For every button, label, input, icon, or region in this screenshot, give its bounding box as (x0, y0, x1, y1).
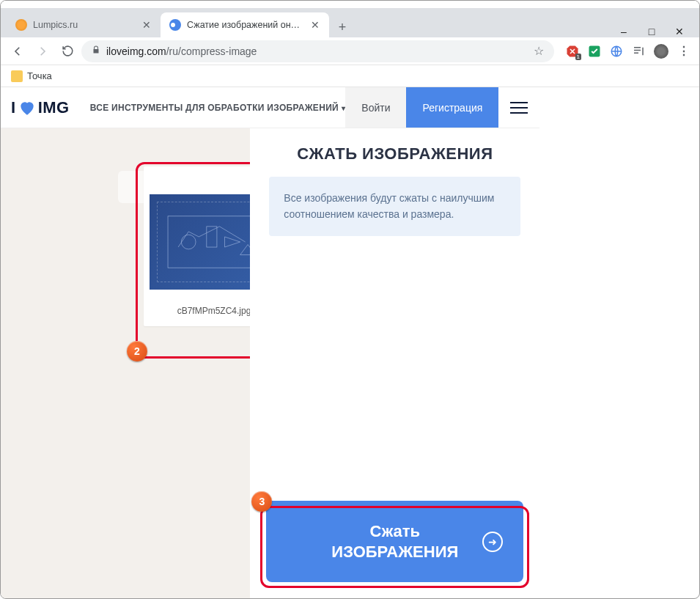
browser-toolbar: iloveimg.com/ru/compress-image ☆ 1 ⋮ (1, 37, 699, 65)
tab-close-icon[interactable]: ✕ (310, 20, 320, 30)
window-controls: – □ ✕ (619, 26, 699, 37)
tab-title: Сжатие изображений онлайн — (187, 20, 304, 30)
logo-text-2: IMG (38, 98, 70, 117)
logo-text-1: I (11, 98, 16, 117)
favicon-iloveimg (169, 19, 181, 31)
site-logo[interactable]: I IMG (11, 98, 70, 117)
reader-extension-icon[interactable] (632, 45, 645, 58)
heart-icon (18, 98, 37, 117)
tab-lumpics[interactable]: Lumpics.ru ✕ (7, 12, 161, 37)
site-header: I IMG ВСЕ ИНСТРУМЕНТЫ ДЛЯ ОБРАБОТКИ ИЗОБ… (1, 87, 539, 128)
minimize-button[interactable]: – (619, 26, 629, 37)
bookmark-favicon (11, 70, 23, 82)
forward-button[interactable] (32, 40, 54, 62)
extension-icons: 1 ⋮ (557, 44, 693, 59)
compress-button-label: Сжать ИЗОБРАЖЕНИЯ (331, 521, 458, 562)
tools-dropdown[interactable]: ВСЕ ИНСТРУМЕНТЫ ДЛЯ ОБРАБОТКИ ИЗОБРАЖЕНИ… (90, 103, 346, 113)
compress-button[interactable]: Сжать ИЗОБРАЖЕНИЯ ➜ (266, 501, 523, 582)
address-bar[interactable]: iloveimg.com/ru/compress-image ☆ (81, 40, 554, 62)
globe-extension-icon[interactable] (610, 45, 623, 58)
bookmarks-bar: Точка (1, 65, 699, 87)
back-button[interactable] (7, 40, 29, 62)
arrow-right-icon: ➜ (482, 532, 503, 552)
sidebar-info-text: Все изображения будут сжаты с наилучшим … (269, 177, 520, 236)
close-window-button[interactable]: ✕ (674, 26, 685, 37)
sidebar-title: СЖАТЬ ИЗОБРАЖЕНИЯ (250, 128, 539, 177)
register-button[interactable]: Регистрация (406, 87, 498, 128)
sidebar-panel: СЖАТЬ ИЗОБРАЖЕНИЯ Все изображения будут … (250, 128, 539, 598)
browser-menu-icon[interactable]: ⋮ (677, 45, 690, 58)
upload-area[interactable]: cB7fMPm5ZC4.jpg + 1 1 2 (1, 128, 250, 598)
address-text: iloveimg.com/ru/compress-image (106, 45, 257, 57)
annotation-badge-2: 2 (127, 341, 147, 361)
check-extension-icon[interactable] (588, 45, 601, 58)
profile-avatar[interactable] (654, 44, 668, 59)
tab-iloveimg[interactable]: Сжатие изображений онлайн — ✕ (161, 12, 329, 37)
login-button[interactable]: Войти (345, 87, 406, 128)
favicon-lumpics (15, 19, 27, 31)
tab-title: Lumpics.ru (33, 20, 136, 30)
tab-close-icon[interactable]: ✕ (141, 20, 152, 30)
bookmark-star-icon[interactable]: ☆ (534, 44, 544, 58)
tab-strip: Lumpics.ru ✕ Сжатие изображений онлайн —… (1, 8, 699, 37)
hamburger-menu-icon[interactable] (498, 87, 539, 128)
new-tab-button[interactable]: + (332, 17, 353, 37)
reload-button[interactable] (56, 40, 78, 62)
lock-icon (92, 45, 100, 56)
svg-rect-4 (206, 227, 216, 247)
svg-point-3 (181, 235, 196, 249)
adblock-badge: 1 (575, 54, 581, 60)
maximize-button[interactable]: □ (646, 26, 657, 37)
adblock-icon[interactable]: 1 (566, 45, 579, 58)
bookmark-item[interactable]: Точка (27, 70, 52, 81)
